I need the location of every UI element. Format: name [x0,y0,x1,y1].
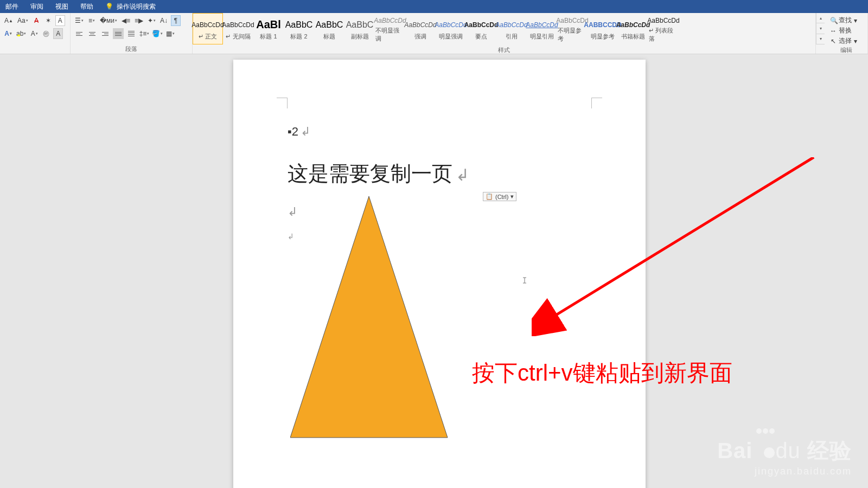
change-case-button[interactable]: Aa▾ [16,15,29,26]
style-item-13[interactable]: AABBCCDD明显参考 [588,13,618,44]
style-preview: AaBbCcDd [616,17,650,33]
style-preview: AaBbCcDd [647,15,679,27]
phonetic-guide-button[interactable]: ✶ [43,15,53,26]
style-name: ↵ 无间隔 [226,33,250,41]
align-justify-button[interactable] [113,28,124,39]
borders-button[interactable]: ▦▾ [165,28,176,39]
gallery-more-button[interactable]: ▾ [816,34,825,44]
asian-layout-button[interactable]: ✦▾ [146,15,157,26]
style-preview: AaBbCcDd [192,17,224,33]
style-item-6[interactable]: AaBbCcDd不明显强调 [375,13,405,44]
group-styles: AaBbCcDd↵ 正文AaBbCcDd↵ 无间隔AaBl标题 1AaBbC标题… [193,13,816,54]
margin-mark-top-left [277,98,288,108]
margin-mark-top-right [591,98,602,108]
style-preview: AaBbCcDd [435,17,467,33]
page-number-line: ▪2↲ [288,125,310,139]
style-item-5[interactable]: AaBbC副标题 [344,13,375,44]
style-preview: AaBbCcDd [404,17,436,33]
group-paragraph: ☰▾ ≡▾ �ми▾ ◀≡ ≡▶ ✦▾ A↓ ¶ ‡≡▾ 🪣▾ ▦▾ 段落 [71,13,193,54]
style-name: 标题 2 [290,33,307,41]
show-marks-button[interactable]: ¶ [171,15,181,26]
style-name: 标题 1 [260,33,277,41]
align-right-button[interactable] [100,28,111,39]
page-heading: 这是需要复制一页↲ [288,160,469,188]
increase-indent-button[interactable]: ≡▶ [133,15,144,26]
style-preview: AaBbC [346,17,374,33]
paste-options-button[interactable]: 📋 (Ctrl) ▾ [483,192,516,201]
cursor-icon: ↖ [830,37,837,45]
enclose-char-button[interactable]: ㊕ [41,28,51,39]
ribbon: A▲ Aa▾ A̶ ✶ A A▾ ab▾ A▾ ㊕ A ☰▾ ≡▾ �ми▾ ◀… [0,13,868,54]
gallery-down-button[interactable]: ▾ [816,23,825,34]
style-name: ↵ 列表段落 [649,27,678,43]
style-name: 副标题 [351,33,369,41]
style-name: 要点 [475,33,487,41]
char-shading-button[interactable]: A [53,28,63,39]
select-button[interactable]: ↖选择▾ [828,36,864,46]
align-distribute-button[interactable] [126,28,137,39]
style-name: 强调 [414,33,426,41]
style-item-2[interactable]: AaBl标题 1 [253,13,284,44]
style-item-9[interactable]: AaBbCcDd要点 [466,13,496,44]
style-item-4[interactable]: AaBbC标题 [314,13,344,44]
group-label-paragraph: 段落 [74,45,189,53]
highlight-button[interactable]: ab▾ [15,28,27,39]
tell-me-search[interactable]: 操作说明搜索 [117,2,156,11]
style-name: 不明显参考 [558,27,587,43]
clear-format-button[interactable]: A̶ [31,15,41,26]
align-left-button[interactable] [74,28,85,39]
menu-view[interactable]: 视图 [55,2,68,11]
numbering-button[interactable]: ≡▾ [87,15,97,26]
style-preview: AaBbCcDd [495,17,527,33]
style-name: 书籍标题 [621,33,645,41]
style-preview: AaBbCcDd [374,15,406,27]
style-name: 明显引用 [530,33,554,41]
lightbulb-icon: 💡 [105,3,113,10]
style-name: 明显强调 [439,33,463,41]
multilevel-button[interactable]: �ми▾ [99,15,118,26]
replace-button[interactable]: ↔替换 [828,25,864,36]
style-item-7[interactable]: AaBbCcDd强调 [405,13,436,44]
svg-marker-0 [290,196,448,438]
style-preview: AaBbCcDd [222,17,254,33]
paw-icon [756,414,775,463]
menu-mail[interactable]: 邮件 [5,2,18,11]
style-preview: AaBbC [285,17,313,33]
style-name: 明显参考 [591,33,615,41]
sort-button[interactable]: A↓ [159,15,169,26]
grow-font-button[interactable]: A▲ [3,15,14,26]
style-item-10[interactable]: AaBbCcDd引用 [496,13,527,44]
style-item-14[interactable]: AaBbCcDd书籍标题 [618,13,648,44]
bullets-button[interactable]: ☰▾ [74,15,85,26]
style-preview: AaBbCcDd [526,17,558,33]
watermark: Baidu 经验 jingyan.baidu.com [717,414,852,477]
text-effects-button[interactable]: A▾ [3,28,13,39]
triangle-shape[interactable] [290,196,453,440]
align-center-button[interactable] [87,28,98,39]
gallery-up-button[interactable]: ▴ [816,13,825,23]
line-spacing-button[interactable]: ‡≡▾ [139,28,150,39]
font-color-button[interactable]: A▾ [29,28,39,39]
document-page[interactable]: ▪2↲ 这是需要复制一页↲ ↲ ↲ 📋 (Ctrl) ▾ [233,60,646,488]
chevron-down-icon: ▾ [510,193,514,200]
clipboard-icon: 📋 [486,193,493,200]
style-preview: AaBbC [316,17,343,33]
shading-button[interactable]: 🪣▾ [152,28,163,39]
find-button[interactable]: 🔍查找▾ [828,15,864,25]
style-item-12[interactable]: AaBbCcDd不明显参考 [557,13,588,44]
menu-review[interactable]: 审阅 [30,2,43,11]
replace-icon: ↔ [830,27,837,35]
style-item-0[interactable]: AaBbCcDd↵ 正文 [193,13,223,44]
text-cursor-icon [521,277,528,284]
style-item-1[interactable]: AaBbCcDd↵ 无间隔 [223,13,253,44]
menu-help[interactable]: 帮助 [80,2,93,11]
style-item-8[interactable]: AaBbCcDd明显强调 [436,13,466,44]
char-border-button[interactable]: A [55,15,65,26]
style-preview: AaBl [256,17,281,33]
style-name: ↵ 正文 [199,33,217,41]
decrease-indent-button[interactable]: ◀≡ [120,15,131,26]
style-item-3[interactable]: AaBbC标题 2 [284,13,314,44]
style-item-11[interactable]: AaBbCcDd明显引用 [527,13,557,44]
group-editing: 🔍查找▾ ↔替换 ↖选择▾ 编辑 [825,13,868,54]
style-item-15[interactable]: AaBbCcDd↵ 列表段落 [648,13,679,44]
